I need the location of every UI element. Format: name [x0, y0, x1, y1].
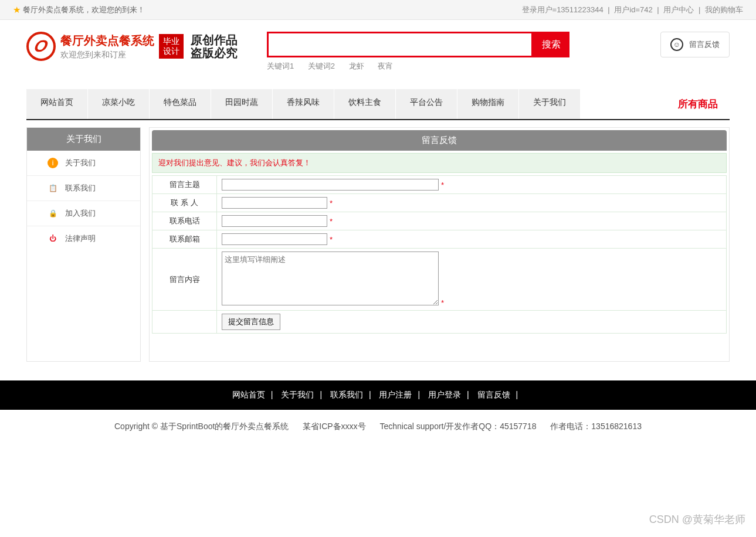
footer-link-register[interactable]: 用户注册: [379, 390, 412, 399]
search-input[interactable]: [267, 32, 533, 57]
footer-link-login[interactable]: 用户登录: [428, 390, 461, 399]
footer-link-home[interactable]: 网站首页: [232, 390, 265, 399]
label-subject: 留言主题: [152, 176, 217, 194]
form-notice: 迎对我们提出意见、建议，我们会认真答复！: [152, 153, 727, 173]
content-container: 关于我们 i 关于我们 📋 联系我们 🔒 加入我们 ⏻ 法律声明 留言反馈 迎对…: [0, 120, 756, 369]
user-center-link[interactable]: 用户中心: [663, 5, 694, 14]
required-mark: *: [330, 235, 333, 244]
keyword-link[interactable]: 关键词1: [267, 62, 294, 70]
user-id-value: 742: [640, 5, 653, 14]
label-email: 联系邮箱: [152, 230, 217, 249]
footer-nav: 网站首页| 关于我们| 联系我们| 用户注册| 用户登录| 留言反馈|: [0, 380, 756, 410]
phone-input[interactable]: [222, 215, 327, 227]
welcome-text: 餐厅外卖点餐系统，欢迎您的到来！: [23, 0, 145, 20]
contact-input[interactable]: [222, 197, 327, 209]
nav-announce[interactable]: 平台公告: [396, 89, 457, 119]
sidebar-item-legal[interactable]: ⏻ 法律声明: [27, 226, 140, 251]
nav-home[interactable]: 网站首页: [26, 89, 88, 119]
required-mark: *: [330, 199, 333, 208]
sidebar-title: 关于我们: [27, 128, 140, 151]
header: O 餐厅外卖点餐系统 欢迎您到来和订座 毕业 设计 原创作品 盗版必究 搜索 关…: [0, 20, 756, 77]
search-button[interactable]: 搜索: [533, 32, 569, 57]
nav-spicy[interactable]: 香辣风味: [273, 89, 334, 119]
sidebar-item-label: 关于我们: [65, 158, 96, 168]
subject-input[interactable]: [222, 179, 439, 191]
nav-drinks[interactable]: 饮料主食: [334, 89, 396, 119]
footer-link-feedback[interactable]: 留言反馈: [477, 390, 510, 399]
headset-icon: ☺: [670, 38, 683, 51]
nav-all-products[interactable]: 所有商品: [666, 89, 730, 119]
keyword-link[interactable]: 夜宵: [378, 62, 393, 70]
logo-title: 餐厅外卖点餐系统: [60, 33, 154, 49]
label-phone: 联系电话: [152, 212, 217, 230]
original-work-text: 原创作品 盗版必究: [191, 33, 238, 59]
info-icon: i: [48, 158, 58, 168]
topbar-right: 登录用户=13511223344 | 用户id=742 | 用户中心 | 我的购…: [522, 0, 743, 19]
email-input[interactable]: [222, 233, 327, 245]
sidebar-item-contact[interactable]: 📋 联系我们: [27, 176, 140, 201]
keyword-link[interactable]: 关键词2: [308, 62, 335, 70]
sidebar-item-label: 法律声明: [65, 233, 96, 244]
search-block: 搜索 关键词1 关键词2 龙虾 夜宵: [267, 32, 569, 72]
user-id-label: 用户id=: [614, 5, 640, 14]
tech-support-text: Technical support/开发作者QQ：45157718: [380, 422, 537, 431]
sidebar-item-join[interactable]: 🔒 加入我们: [27, 201, 140, 226]
required-mark: *: [330, 217, 333, 226]
required-mark: *: [441, 181, 444, 189]
power-icon: ⏻: [48, 233, 58, 244]
feedback-form: 留言主题 * 联 系 人 * 联系电话 * 联系邮箱 * 留言内容 * 提交留言…: [152, 175, 727, 334]
copyright-text: Copyright © 基于SprintBoot的餐厅外卖点餐系统: [114, 422, 289, 431]
main-title: 留言反馈: [152, 130, 727, 151]
author-phone-text: 作者电话：13516821613: [550, 422, 642, 431]
main-nav: 网站首页 凉菜小吃 特色菜品 田园时蔬 香辣风味 饮料主食 平台公告 购物指南 …: [26, 89, 730, 120]
lock-icon: 🔒: [48, 208, 58, 219]
sidebar-item-about[interactable]: i 关于我们: [27, 151, 140, 176]
sidebar: 关于我们 i 关于我们 📋 联系我们 🔒 加入我们 ⏻ 法律声明: [26, 127, 141, 362]
graduation-badge: 毕业 设计: [159, 34, 184, 59]
main-panel: 留言反馈 迎对我们提出意见、建议，我们会认真答复！ 留言主题 * 联 系 人 *…: [149, 127, 730, 362]
nav-cold-dishes[interactable]: 凉菜小吃: [88, 89, 150, 119]
sidebar-item-label: 联系我们: [65, 183, 96, 193]
logo-icon: O: [26, 32, 56, 61]
submit-button[interactable]: 提交留言信息: [222, 314, 280, 330]
my-cart-link[interactable]: 我的购物车: [705, 5, 743, 14]
keyword-link[interactable]: 龙虾: [349, 62, 364, 70]
login-user-label: 登录用户=: [522, 5, 557, 14]
content-textarea[interactable]: [222, 251, 439, 305]
feedback-label: 留言反馈: [689, 39, 720, 50]
logo-block[interactable]: O 餐厅外卖点餐系统 欢迎您到来和订座 毕业 设计 原创作品 盗版必究: [26, 32, 238, 61]
label-contact: 联 系 人: [152, 194, 217, 212]
nav-guide[interactable]: 购物指南: [457, 89, 519, 119]
footer-copyright: Copyright © 基于SprintBoot的餐厅外卖点餐系统 某省ICP备…: [0, 410, 756, 444]
search-keywords: 关键词1 关键词2 龙虾 夜宵: [267, 61, 569, 72]
sidebar-item-label: 加入我们: [65, 208, 96, 219]
topbar-welcome: ★ 餐厅外卖点餐系统，欢迎您的到来！: [13, 0, 145, 19]
required-mark: *: [441, 298, 444, 307]
star-icon: ★: [13, 0, 21, 20]
nav-specialty[interactable]: 特色菜品: [150, 89, 211, 119]
feedback-button[interactable]: ☺ 留言反馈: [660, 32, 730, 57]
login-user-value: 13511223344: [557, 5, 604, 14]
topbar: ★ 餐厅外卖点餐系统，欢迎您的到来！ 登录用户=13511223344 | 用户…: [0, 0, 756, 20]
icp-text: 某省ICP备xxxx号: [303, 422, 365, 431]
nav-vegetables[interactable]: 田园时蔬: [211, 89, 273, 119]
footer-link-about[interactable]: 关于我们: [281, 390, 314, 399]
label-content: 留言内容: [152, 249, 217, 311]
footer-link-contact[interactable]: 联系我们: [330, 390, 363, 399]
nav-about[interactable]: 关于我们: [519, 89, 581, 119]
logo-subtitle: 欢迎您到来和订座: [60, 50, 154, 60]
clipboard-icon: 📋: [48, 183, 58, 193]
